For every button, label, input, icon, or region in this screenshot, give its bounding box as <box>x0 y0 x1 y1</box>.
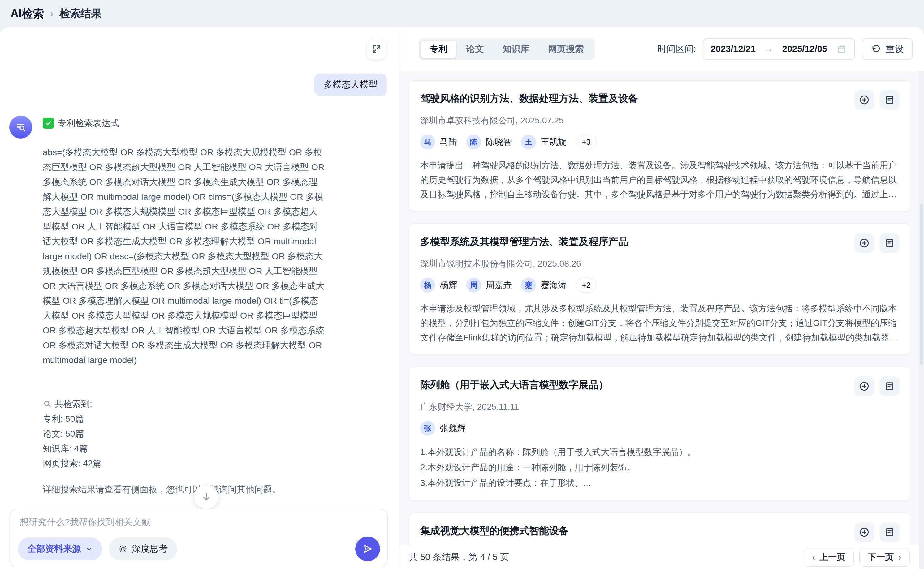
more-authors-badge[interactable]: +3 <box>576 134 596 149</box>
result-meta: 深圳市锐明技术股份有限公司, 2025.08.26 <box>420 258 900 270</box>
results-scrollbar[interactable] <box>919 71 924 569</box>
document-lines-icon <box>884 381 895 392</box>
result-authors: 杨杨辉 周周嘉垚 蹇蹇海涛 +2 <box>420 278 900 292</box>
document-lines-icon <box>884 237 895 249</box>
report-button[interactable] <box>880 90 900 110</box>
add-to-collection-button[interactable] <box>854 90 874 110</box>
result-meta: 深圳市卓驭科技有限公司, 2025.07.25 <box>420 115 900 126</box>
expand-chat-button[interactable] <box>366 39 387 59</box>
assistant-avatar <box>9 116 32 138</box>
list-search-icon <box>15 121 27 133</box>
result-card: 驾驶风格的识别方法、数据处理方法、装置及设备 <box>409 81 911 211</box>
report-button[interactable] <box>880 522 900 542</box>
design-line: 1.本外观设计产品的名称：陈列舱（用于嵌入式大语言模型数字展品）。 <box>420 444 900 460</box>
plus-circle-icon <box>859 381 870 392</box>
report-button[interactable] <box>880 376 900 396</box>
result-abstract: 1.本外观设计产品的名称：陈列舱（用于嵌入式大语言模型数字展品）。 2.本外观设… <box>420 444 900 491</box>
next-page-button[interactable]: 下一页 › <box>859 548 910 566</box>
magnifier-icon <box>43 399 52 409</box>
tab-papers[interactable]: 论文 <box>457 41 492 58</box>
composer-input[interactable] <box>20 516 378 534</box>
author-avatar: 王 <box>521 134 536 149</box>
assistant-footer-note: 详细搜索结果请查看有侧面板，您也可以继续询问其他问题。 <box>43 482 325 497</box>
result-card: 多模型系统及其模型管理方法、装置及程序产品 <box>409 224 911 354</box>
main-container: 多模态大模型 <box>0 27 924 569</box>
date-range-picker[interactable]: 2023/12/21 → 2025/12/05 <box>703 38 855 60</box>
author-name: 蹇海涛 <box>541 279 567 291</box>
author-name: 杨辉 <box>440 279 457 291</box>
more-authors-badge[interactable]: +2 <box>576 278 596 292</box>
scroll-to-bottom-button[interactable] <box>194 485 218 509</box>
design-line: 3.本外观设计产品的设计要点：在于形状。... <box>420 475 900 491</box>
send-button[interactable] <box>355 537 380 561</box>
expand-arrows-icon <box>372 44 381 54</box>
user-message-bubble: 多模态大模型 <box>314 74 387 96</box>
author-name: 周嘉垚 <box>486 279 512 291</box>
document-lines-icon <box>884 526 895 538</box>
result-title[interactable]: 集成视觉大模型的便携式智能设备 <box>420 522 569 537</box>
results-summary: 共 50 条结果，第 4 / 5 页 <box>409 551 509 563</box>
author-avatar: 周 <box>467 278 481 292</box>
breadcrumb: AI检索 › 检索结果 <box>0 0 924 27</box>
result-abstract: 本申请涉及模型管理领域，尤其涉及多模型系统及其模型管理方法、装置及程序产品。该方… <box>420 301 900 345</box>
author-avatar: 蹇 <box>521 278 536 292</box>
results-header: 专利 论文 知识库 网页搜索 时间区间: 2023/12/21 → 2025/1… <box>399 27 924 71</box>
deep-think-button[interactable]: 深度思考 <box>109 537 177 560</box>
author-name: 王凯旋 <box>541 136 567 148</box>
source-selector-button[interactable]: 全部资料来源 <box>18 537 102 560</box>
result-authors: 张张魏辉 <box>420 421 900 436</box>
breadcrumb-separator-icon: › <box>50 8 53 19</box>
result-authors: 马马陆 陈陈晓智 王王凯旋 +3 <box>420 134 900 149</box>
calendar-icon <box>836 44 847 55</box>
date-range-arrow-icon: → <box>765 44 773 54</box>
result-abstract: 本申请提出一种驾驶风格的识别方法、数据处理方法、装置及设备。涉及智能驾驶技术领域… <box>420 158 900 202</box>
result-title[interactable]: 陈列舱（用于嵌入式大语言模型数字展品） <box>420 376 608 391</box>
tab-web-search[interactable]: 网页搜索 <box>539 41 593 58</box>
chat-panel: 多模态大模型 <box>0 27 399 569</box>
result-card: 陈列舱（用于嵌入式大语言模型数字展品） <box>409 367 911 501</box>
author-name: 马陆 <box>440 136 457 148</box>
stat-patents: 专利: 50篇 <box>43 411 325 426</box>
result-title[interactable]: 多模型系统及其模型管理方法、装置及程序产品 <box>420 233 628 248</box>
composer: 全部资料来源 深度思考 <box>9 509 388 567</box>
author-avatar: 陈 <box>467 134 481 149</box>
document-lines-icon <box>884 94 895 105</box>
report-button[interactable] <box>880 233 900 253</box>
gear-icon <box>118 544 128 554</box>
chat-panel-header <box>0 27 399 71</box>
chevron-left-icon: ‹ <box>812 551 816 563</box>
date-end[interactable]: 2025/12/05 <box>782 44 827 54</box>
reset-button[interactable]: 重设 <box>862 38 913 60</box>
date-start[interactable]: 2023/12/21 <box>711 44 756 54</box>
chevron-right-icon: › <box>898 551 901 563</box>
author-avatar: 马 <box>420 134 435 149</box>
add-to-collection-button[interactable] <box>854 522 874 542</box>
author-name: 陈晓智 <box>486 136 512 148</box>
rotate-ccw-icon <box>871 44 881 54</box>
breadcrumb-current: 检索结果 <box>59 6 102 21</box>
check-icon <box>43 117 54 129</box>
add-to-collection-button[interactable] <box>854 233 874 253</box>
result-title[interactable]: 驾驶风格的识别方法、数据处理方法、装置及设备 <box>420 90 638 105</box>
stat-web-search: 网页搜索: 42篇 <box>43 456 325 471</box>
scrollbar-thumb[interactable] <box>920 204 923 365</box>
tab-knowledge-base[interactable]: 知识库 <box>494 41 538 58</box>
add-to-collection-button[interactable] <box>854 376 874 396</box>
stats-title: 共检索到: <box>55 396 92 411</box>
results-list: 驾驶风格的识别方法、数据处理方法、装置及设备 <box>399 71 919 569</box>
author-name: 张魏辉 <box>440 422 466 434</box>
stat-knowledge-base: 知识库: 4篇 <box>43 441 325 456</box>
design-line: 2.本外观设计产品的用途：一种陈列舱，用于陈列装饰。 <box>420 460 900 475</box>
tab-patents[interactable]: 专利 <box>421 41 456 58</box>
paper-plane-icon <box>362 543 373 554</box>
plus-circle-icon <box>859 526 870 538</box>
author-avatar: 杨 <box>420 278 435 292</box>
breadcrumb-root[interactable]: AI检索 <box>11 6 44 21</box>
author-avatar: 张 <box>420 421 435 436</box>
result-meta: 广东财经大学, 2025.11.11 <box>420 401 900 413</box>
arrow-down-icon <box>201 492 212 502</box>
plus-circle-icon <box>859 237 870 249</box>
prev-page-button[interactable]: ‹ 上一页 <box>804 548 854 566</box>
results-panel: 专利 论文 知识库 网页搜索 时间区间: 2023/12/21 → 2025/1… <box>399 27 924 569</box>
results-pagination: 共 50 条结果，第 4 / 5 页 ‹ 上一页 下一页 › <box>399 545 919 569</box>
